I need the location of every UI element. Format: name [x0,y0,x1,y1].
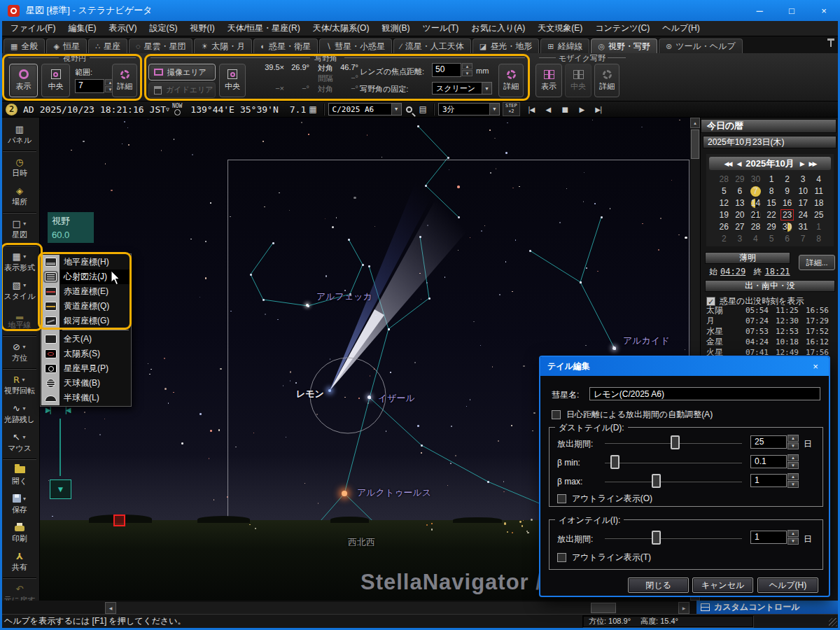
tab-star[interactable]: ◈恒星 [46,38,86,53]
sidebar-item-panel[interactable]: ▥パネル [0,120,39,149]
maximize-button[interactable]: □ [776,0,808,21]
beta-max-spinner[interactable]: ▲▼ [788,473,799,488]
menu-item[interactable]: 編集(E) [62,21,102,36]
ion-period-spinner[interactable]: ▲▼ [788,530,799,545]
dust-outline-checkbox[interactable]: アウトライン表示(O) [557,493,652,505]
sidebar-item-mouse[interactable]: ↖▼マウス [0,428,39,457]
calendar-day[interactable]: 30 [779,221,795,232]
step-x2-button[interactable]: STEP×2 [503,102,520,115]
calendar-day[interactable]: 25 [811,209,827,220]
prev-month-button[interactable]: ◀ [736,160,740,167]
dialog-cancel-button[interactable]: キャンセル [692,578,753,593]
skip-to-start-button[interactable]: |◀ [523,103,540,115]
tab-sun-moon[interactable]: ☀太陽・月 [194,38,252,53]
skip-to-end-button[interactable]: ▶| [590,103,607,115]
next-year-button[interactable]: ▶▶ [809,160,816,167]
time-field[interactable]: 18:21:16 [100,104,144,115]
menu-item[interactable]: 設定(S) [143,21,183,36]
range-input[interactable]: 7 [75,79,104,93]
sidebar-item-trail[interactable]: ∿▼光跡残し [0,400,39,428]
focal-length-spinner[interactable]: ▲▼ [462,63,472,76]
menu-item[interactable]: ツール(T) [416,21,465,36]
calendar-day[interactable]: 23 [779,209,795,220]
scroll-right-icon[interactable]: ▶ [678,602,690,614]
list-icon[interactable]: ▤ [419,104,427,114]
sidebar-item-save[interactable]: ▼保存 [0,490,39,519]
ion-period-slider[interactable] [605,531,742,545]
menu-item[interactable]: ヘルプ(H) [656,21,706,36]
dialog-close-action-button[interactable]: 閉じる [628,578,689,593]
menu-item[interactable]: お気に入り(A) [465,21,531,36]
auto-adjust-checkbox[interactable]: 日心距離による放出期間の自動調整(A) [552,409,713,421]
calendar-day[interactable]: 9 [779,186,795,197]
dust-period-slider[interactable] [605,435,742,449]
calendar-day[interactable]: 29 [732,174,748,185]
tab-comet[interactable]: ∖彗星・小惑星 [319,38,392,53]
custom-control-bar[interactable]: カスタムコントロール [696,601,838,614]
guide-area-button[interactable]: ガイドエリア [148,82,216,98]
menu-item-horizontal-coord[interactable]: 地平座標(H) [41,255,130,270]
dust-period-spinner[interactable]: ▲▼ [788,435,799,449]
calendar-day[interactable]: 19 [716,209,732,220]
menu-item-planisphere[interactable]: 星座早見(P) [41,361,130,376]
fov-circle-center-button[interactable]: 中央 [41,64,70,97]
beta-min-slider[interactable] [605,455,742,469]
longitude-field[interactable]: 139°44'E [190,104,234,115]
now-button[interactable]: NOW [172,104,182,115]
menu-item-celestial-globe[interactable]: 天球儀(B) [41,376,130,391]
calendar-day[interactable]: 29 [764,221,780,232]
menu-item[interactable]: 表示(V) [102,21,143,36]
trail-play-button[interactable]: ▼ [50,479,71,499]
menu-item-solar-system[interactable]: 太陽系(S) [41,346,130,361]
calendar-day[interactable]: 4 [811,174,827,185]
target-search-input[interactable]: C/2025 A6▼ [328,103,402,115]
close-button[interactable]: × [808,0,840,21]
beta-min-spinner[interactable]: ▲▼ [788,454,799,469]
menu-item[interactable]: 視野(I) [183,21,220,36]
menu-item-hemisphere[interactable]: 半球儀(L) [41,391,130,405]
beta-min-input[interactable]: 0.1 [750,455,787,468]
tab-planet[interactable]: ◐惑星・衛星 [253,38,318,53]
sidebar-item-horizon[interactable]: ▂地平線 [0,305,39,334]
scroll-up-icon[interactable]: ▲ [690,118,700,128]
sidebar-item-open[interactable]: 開く [0,461,39,490]
sidebar-item-share[interactable]: Y共有 [0,547,39,576]
photo-fov-center-button[interactable]: 中央 [219,64,246,97]
sidebar-item-style[interactable]: ▧▼スタイル [0,276,39,305]
calendar-day[interactable]: 12 [716,197,732,209]
time-step-select[interactable]: 3分▼ [438,103,500,115]
calendar-day[interactable]: 7 [795,233,811,244]
resize-grip[interactable] [829,618,837,626]
calendar-day[interactable]: 4 [748,233,764,244]
search-icon[interactable] [406,106,412,113]
mosaic-center-button[interactable]: 中央 [565,64,592,97]
mosaic-detail-button[interactable]: 詳細 [594,64,620,97]
menu-item[interactable]: ファイル(F) [4,21,62,36]
step-back-button[interactable]: ◀ [540,103,556,115]
menu-item[interactable]: 観測(B) [375,21,416,36]
play-button[interactable]: ▶ [573,103,590,115]
menu-item-galactic-coord[interactable]: 銀河座標(G) [41,314,130,328]
calendar-day[interactable]: 8 [764,186,780,197]
menu-item-ecliptic-coord[interactable]: 黄道座標(Q) [41,299,130,314]
photo-fov-detail-button[interactable]: 詳細 [498,64,524,97]
calendar-day[interactable]: 27 [732,221,748,232]
dialog-title-bar[interactable]: テイル編集 [540,357,829,376]
calendar-day[interactable]: 28 [716,174,732,185]
focal-length-input[interactable]: 50 [432,63,461,77]
sidebar-item-compass[interactable]: ⊘▼方位 [0,338,39,367]
prev-year-button[interactable]: ◀◀ [724,160,732,167]
calendar-day[interactable]: 17 [795,197,811,209]
sidebar-item-display-format[interactable]: ▦▼表示形式 [0,248,39,276]
tab-grid[interactable]: ▦全般 [4,38,45,53]
tab-fov[interactable]: ◎視野・写野 [591,38,657,53]
ion-period-input[interactable]: 1 [750,531,787,544]
tab-meteor[interactable]: ∕流星・人工天体 [393,38,471,53]
sidebar-item-chart[interactable]: □▼星図 [0,215,39,244]
beta-max-slider[interactable] [605,474,742,488]
latitude-field[interactable]: 35°39'N [240,104,279,115]
calendar-day[interactable]: 6 [779,233,795,244]
calendar-day[interactable]: 26 [716,221,732,232]
twilight-detail-button[interactable]: 詳細... [799,255,835,270]
map-horizontal-scrollbar[interactable]: ◀ ▶ [105,602,690,614]
